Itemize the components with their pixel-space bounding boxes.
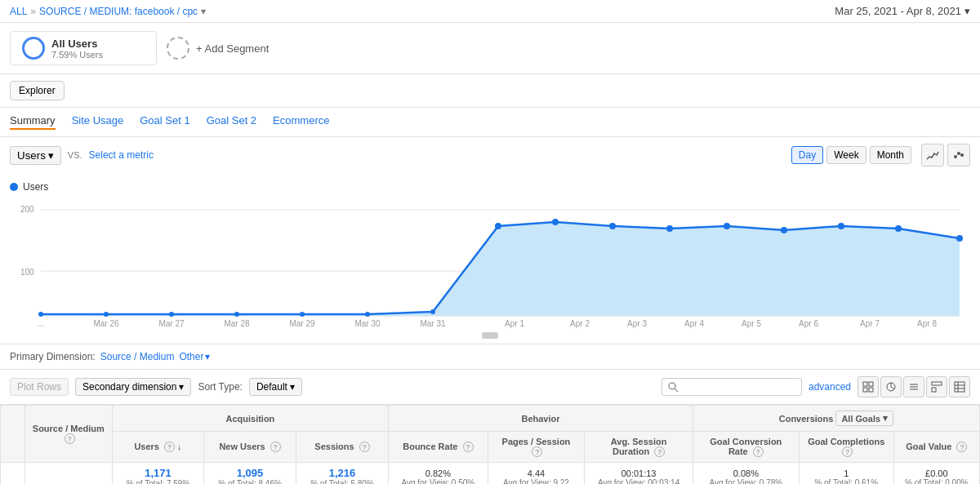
plot-rows-button[interactable]: Plot Rows (10, 378, 69, 396)
svg-point-18 (666, 225, 673, 232)
totals-br-value: 0.82% (425, 468, 451, 478)
time-btn-day[interactable]: Day (791, 146, 823, 164)
totals-bounce-rate: 0.82% Avg for View: 0.50% (65.78%) (389, 463, 488, 485)
svg-rect-41 (863, 382, 867, 386)
th-avg-session-duration[interactable]: Avg. Session Duration ? (585, 432, 693, 463)
time-btn-week[interactable]: Week (826, 146, 866, 164)
metric-label: Users (17, 149, 46, 162)
totals-gc-sub: % of Total: 0.61% (163) (806, 478, 887, 485)
table-view-button[interactable] (949, 376, 970, 397)
segment-name: All Users (51, 38, 103, 50)
sort-default-button[interactable]: Default ▾ (249, 378, 302, 396)
date-range-value: Mar 25, 2021 - Apr 8, 2021 (835, 5, 961, 17)
svg-point-10 (169, 312, 174, 317)
breadcrumb-dropdown-icon[interactable]: ▾ (201, 6, 206, 17)
totals-users-value: 1,171 (145, 467, 172, 479)
th-sessions[interactable]: Sessions ? (296, 432, 388, 463)
line-chart-button[interactable] (921, 144, 944, 167)
search-icon (667, 381, 679, 393)
svg-text:Apr 3: Apr 3 (627, 319, 647, 328)
totals-sessions-value: 1,216 (329, 467, 356, 479)
totals-row: 1,171 % of Total: 7.59% (15,434) 1,095 %… (1, 463, 980, 485)
th-bounce-rate[interactable]: Bounce Rate ? (389, 432, 488, 463)
svg-point-0 (954, 155, 957, 158)
tab-ecommerce[interactable]: Ecommerce (273, 114, 329, 130)
scatter-chart-button[interactable] (947, 144, 970, 167)
pps-info-icon[interactable]: ? (532, 446, 542, 457)
advanced-link[interactable]: advanced (808, 381, 851, 393)
chart-area: Users 200 100 ... Mar 26 Mar 27 (0, 173, 980, 344)
th-new-users[interactable]: New Users ? (204, 432, 296, 463)
secondary-dim-dropdown-icon: ▾ (179, 381, 184, 393)
pivot-button[interactable] (926, 376, 947, 397)
time-btn-month[interactable]: Month (870, 146, 911, 164)
data-table: Source / Medium ? Acquisition Behavior C… (0, 405, 980, 484)
breadcrumb-source-medium[interactable]: SOURCE / MEDIUM: facebook / cpc (39, 6, 198, 17)
gc-info-icon[interactable]: ? (842, 446, 853, 457)
tab-goal-set-2[interactable]: Goal Set 2 (207, 114, 256, 130)
segment-info: All Users 7.59% Users (51, 38, 103, 60)
date-range-dropdown-icon: ▾ (964, 5, 970, 17)
sessions-info-icon[interactable]: ? (359, 442, 370, 452)
vs-label: VS. (68, 150, 82, 160)
explorer-tab-button[interactable]: Explorer (10, 81, 65, 100)
svg-text:Mar 31: Mar 31 (420, 319, 446, 328)
explorer-tab-bar: Explorer (0, 74, 980, 108)
other-dropdown-icon: ▾ (205, 351, 210, 362)
th-users[interactable]: Users ?↓ (112, 432, 204, 463)
tab-summary[interactable]: Summary (10, 114, 56, 130)
breadcrumb-all[interactable]: ALL (10, 6, 27, 17)
time-buttons: Day Week Month (791, 146, 911, 164)
new-users-info-icon[interactable]: ? (270, 442, 281, 452)
segment-item-all-users[interactable]: All Users 7.59% Users (10, 31, 157, 65)
add-segment-button[interactable]: + Add Segment (167, 37, 269, 60)
th-goal-completions[interactable]: Goal Completions ? (799, 432, 893, 463)
metric-selector: Users ▾ VS. Select a metric (10, 146, 154, 165)
pie-chart-button[interactable] (880, 376, 902, 397)
th-goal-value[interactable]: Goal Value ? (893, 432, 979, 463)
tab-goal-set-1[interactable]: Goal Set 1 (140, 114, 189, 130)
tab-site-usage[interactable]: Site Usage (72, 114, 124, 130)
legend-dot (10, 183, 18, 191)
compare-button[interactable] (903, 376, 924, 397)
asd-info-icon[interactable]: ? (654, 446, 665, 457)
gcr-info-icon[interactable]: ? (753, 446, 764, 457)
svg-text:...: ... (38, 319, 44, 328)
search-box[interactable] (662, 378, 802, 396)
bounce-rate-info-icon[interactable]: ? (463, 442, 474, 452)
users-info-icon[interactable]: ? (164, 442, 175, 452)
metric-users-button[interactable]: Users ▾ (10, 146, 61, 165)
source-medium-link[interactable]: Source / Medium (100, 351, 175, 362)
breadcrumb-sep1: » (30, 6, 36, 17)
th-goal-conversion-rate[interactable]: Goal Conversion Rate ? (693, 432, 799, 463)
goals-dropdown[interactable]: All Goals ▾ (835, 411, 893, 426)
segment-circle (22, 37, 45, 60)
th-acquisition-group: Acquisition (112, 406, 388, 432)
primary-dimension-bar: Primary Dimension: Source / Medium Other… (0, 344, 980, 370)
sub-tabs: Summary Site Usage Goal Set 1 Goal Set 2… (0, 108, 980, 137)
line-chart-icon (926, 149, 939, 162)
svg-point-2 (960, 153, 964, 157)
svg-rect-53 (955, 382, 964, 392)
totals-sessions: 1,216 % of Total: 5.80% (20,965) (296, 463, 388, 485)
th-checkbox (1, 406, 25, 463)
select-metric-link[interactable]: Select a metric (89, 149, 154, 161)
secondary-dimension-button[interactable]: Secondary dimension ▾ (75, 378, 191, 396)
search-input[interactable] (682, 381, 796, 393)
totals-gcr-sub: Avg for View: 0.78% (-89.42%) (700, 478, 792, 485)
gv-info-icon[interactable]: ? (956, 442, 967, 452)
source-medium-info-icon[interactable]: ? (65, 433, 75, 444)
legend-label: Users (23, 181, 48, 193)
primary-dim-label: Primary Dimension: (10, 351, 96, 362)
breadcrumb: ALL » SOURCE / MEDIUM: facebook / cpc ▾ (10, 6, 206, 17)
th-source-medium: Source / Medium ? (25, 406, 113, 463)
grid-view-button[interactable] (858, 376, 879, 397)
date-range[interactable]: Mar 25, 2021 - Apr 8, 2021 ▾ (835, 5, 970, 17)
th-pages-per-session[interactable]: Pages / Session ? (488, 432, 585, 463)
svg-point-17 (609, 223, 616, 229)
svg-text:Mar 29: Mar 29 (289, 319, 315, 328)
totals-checkbox (1, 463, 25, 485)
totals-users-sub: % of Total: 7.59% (15,434) (119, 479, 198, 484)
totals-br-sub: Avg for View: 0.50% (65.78%) (395, 478, 481, 485)
other-link[interactable]: Other ▾ (179, 351, 210, 362)
